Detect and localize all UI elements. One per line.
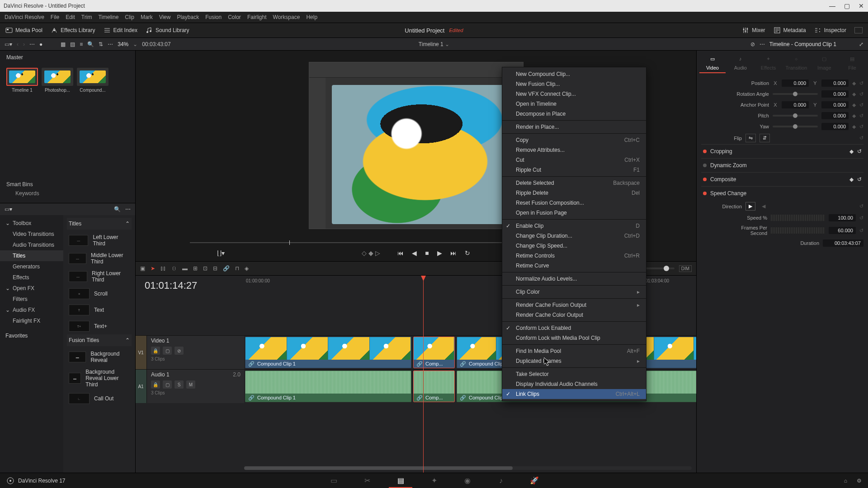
viewer-zoom[interactable]: 34%: [118, 41, 128, 47]
speed-slider[interactable]: [771, 215, 825, 221]
video-clip-selected[interactable]: 🔗Comp...: [413, 337, 455, 368]
lock-track-icon[interactable]: 🔒: [151, 347, 160, 355]
fx-group-fusion[interactable]: Fusion Titles⌃: [67, 334, 132, 346]
search-icon[interactable]: 🔍: [87, 41, 94, 47]
ctx-item[interactable]: Retime Curve: [502, 261, 646, 271]
mark-in-out-icon[interactable]: ⌊⌋▾: [217, 249, 225, 257]
page-media[interactable]: ▭: [326, 475, 341, 487]
menu-view[interactable]: View: [159, 14, 171, 20]
viewer-canvas[interactable]: [309, 62, 524, 229]
yaw-slider[interactable]: [773, 126, 818, 127]
marker-icon[interactable]: ◈: [245, 265, 249, 272]
menu-mark[interactable]: Mark: [141, 14, 153, 20]
window-maximize-button[interactable]: ▢: [844, 3, 850, 9]
page-deliver[interactable]: 🚀: [527, 475, 542, 487]
pool-clip[interactable]: Photoshop...: [42, 68, 73, 93]
effects-library-toggle[interactable]: Effects Library: [51, 27, 95, 34]
playhead[interactable]: [423, 276, 424, 473]
home-icon[interactable]: ⌂: [844, 478, 847, 484]
lock-track-icon[interactable]: 🔒: [151, 380, 160, 389]
fps-field[interactable]: 60.000: [829, 227, 856, 234]
inspector-tab-audio[interactable]: ♪Audio: [727, 54, 754, 73]
dynamic-trim-icon[interactable]: ⟮⟯: [171, 265, 177, 272]
anchor-x-field[interactable]: 0.000: [782, 101, 809, 108]
pool-clip[interactable]: Compound...: [77, 68, 108, 93]
jump-start-icon[interactable]: ⏮: [397, 249, 404, 257]
pitch-slider[interactable]: [773, 115, 818, 117]
menu-color[interactable]: Color: [228, 14, 241, 20]
flip-v-button[interactable]: ⇵: [760, 134, 770, 142]
pool-clip[interactable]: Timeline 1: [6, 68, 38, 93]
fx-options-icon[interactable]: ⋯: [125, 206, 131, 212]
speed-field[interactable]: 100.00: [829, 214, 856, 221]
auto-select-icon[interactable]: ▢: [163, 380, 172, 389]
fx-search-icon[interactable]: 🔍: [114, 206, 121, 212]
overwrite-icon[interactable]: ⊡: [203, 265, 208, 272]
fx-group-titles[interactable]: Titles⌃: [67, 218, 132, 230]
ctx-item[interactable]: Remove Attributes...: [502, 145, 646, 155]
window-minimize-button[interactable]: —: [829, 3, 835, 9]
ctx-item[interactable]: ✓Link ClipsCtrl+Alt+L: [502, 389, 646, 399]
fx-cat-audiofx[interactable]: ⌄Audio FX: [0, 305, 63, 315]
mute-button[interactable]: M: [186, 380, 195, 389]
options-dots-icon[interactable]: ⋯: [760, 41, 765, 47]
page-fairlight[interactable]: ♪: [494, 475, 508, 487]
page-edit[interactable]: ▤: [393, 475, 408, 487]
nav-back-icon[interactable]: ‹: [17, 41, 19, 47]
fx-cat[interactable]: Generators: [0, 261, 63, 272]
link-selection-icon[interactable]: 🔗: [223, 265, 230, 272]
ctx-item[interactable]: Open in Timeline: [502, 99, 646, 109]
audio-clip-selected[interactable]: 🔗Comp...: [413, 371, 455, 402]
fx-cat[interactable]: Fairlight FX: [0, 315, 63, 326]
ctx-item[interactable]: Render Cache Fusion Output▸: [502, 300, 646, 310]
play-icon[interactable]: ▶: [437, 249, 442, 257]
ctx-item[interactable]: Normalize Audio Levels...: [502, 274, 646, 284]
fullscreen-button[interactable]: [854, 27, 863, 33]
list-view-icon[interactable]: ≡: [80, 41, 83, 47]
menu-fusion[interactable]: Fusion: [205, 14, 222, 20]
menu-edit[interactable]: Edit: [66, 14, 75, 20]
sound-library-toggle[interactable]: Sound Library: [146, 27, 189, 34]
fx-cat[interactable]: Audio Transitions: [0, 239, 63, 250]
sort-menu-icon[interactable]: ⋯: [108, 41, 113, 47]
speed-change-section[interactable]: Speed Change: [701, 186, 863, 200]
fx-cat-toolbox[interactable]: ⌄Toolbox: [0, 218, 63, 229]
fx-title-item[interactable]: ≡Scroll: [67, 286, 132, 302]
fx-title-item[interactable]: ▬Background Reveal Lower Third: [67, 366, 132, 390]
fx-cat-openfx[interactable]: ⌄Open FX: [0, 283, 63, 294]
ctx-item[interactable]: Change Clip Speed...: [502, 241, 646, 251]
audio-track-header[interactable]: A1 Audio 1 2.0 🔒 ▢ S M 3 Clips: [136, 370, 244, 403]
timeline-timecode[interactable]: 01:01:14:27: [136, 280, 244, 291]
fx-title-item[interactable]: T+Text+: [67, 318, 132, 334]
replace-icon[interactable]: ⊟: [213, 265, 217, 272]
expand-icon[interactable]: ⤢: [859, 41, 863, 47]
ctx-item[interactable]: Take Selector: [502, 369, 646, 379]
pitch-field[interactable]: 0.000: [821, 112, 849, 119]
menu-timeline[interactable]: Timeline: [98, 14, 118, 20]
fx-cat-titles[interactable]: Titles: [0, 250, 63, 261]
timeline-scrollbar[interactable]: [244, 466, 692, 470]
fx-title-item[interactable]: —Middle Lower Third: [67, 249, 132, 267]
menu-trim[interactable]: Trim: [81, 14, 92, 20]
fps-slider[interactable]: [771, 227, 825, 234]
master-bin[interactable]: Master: [0, 51, 135, 64]
edit-index-toggle[interactable]: Edit Index: [104, 27, 137, 34]
cropping-section[interactable]: Cropping◆↺: [701, 144, 863, 158]
fx-title-item[interactable]: ∟Call Out: [67, 390, 132, 407]
rotation-slider[interactable]: [773, 93, 818, 95]
trim-tool-icon[interactable]: ⫿⫿: [160, 265, 166, 272]
pos-y-field[interactable]: 0.000: [821, 80, 849, 87]
stop-icon[interactable]: ■: [425, 249, 429, 257]
dim-button[interactable]: DIM: [679, 265, 692, 272]
window-close-button[interactable]: ✕: [858, 3, 864, 9]
ctx-item[interactable]: CutCtrl+X: [502, 155, 646, 165]
fx-title-item[interactable]: TText: [67, 302, 132, 318]
menu-davinci[interactable]: DaVinci Resolve: [5, 14, 44, 20]
video-track-header[interactable]: V1 Video 1 🔒▢⊘ 3 Clips: [136, 336, 244, 369]
timeline-name-dropdown[interactable]: Timeline 1 ⌄: [419, 41, 449, 47]
ctx-item[interactable]: CopyCtrl+C: [502, 135, 646, 145]
menu-help[interactable]: Help: [306, 14, 317, 20]
ctx-item[interactable]: New Fusion Clip...: [502, 79, 646, 89]
ctx-item[interactable]: Reset Fusion Composition...: [502, 198, 646, 208]
rotation-field[interactable]: 0.000: [821, 90, 849, 98]
